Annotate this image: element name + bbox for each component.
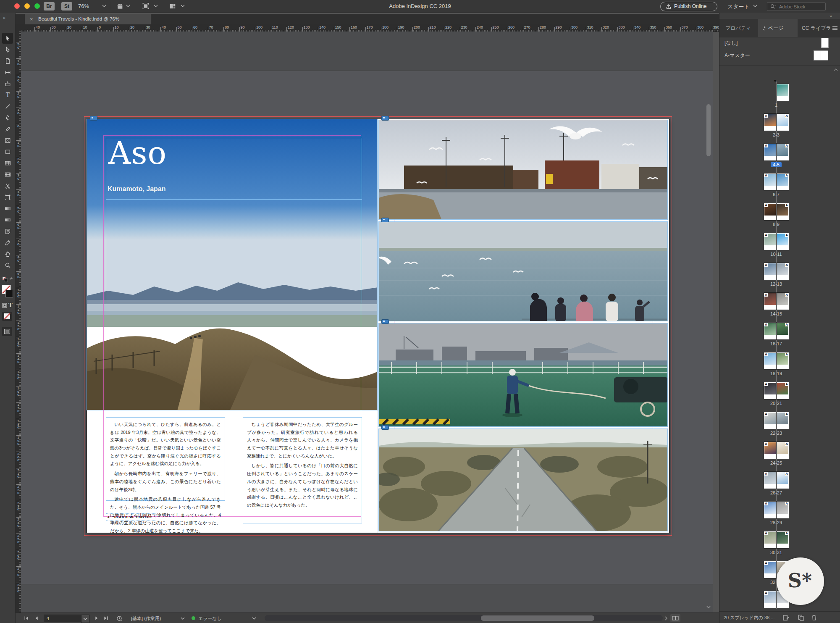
- page-thumbnail[interactable]: A: [777, 442, 789, 459]
- stock-button[interactable]: St: [61, 2, 72, 11]
- photo-forest-road[interactable]: [378, 428, 668, 531]
- start-workspace-menu[interactable]: スタート: [727, 3, 750, 11]
- note-tool[interactable]: [2, 226, 13, 237]
- page-thumbnail[interactable]: A: [777, 173, 789, 190]
- scroll-right-arrow-icon[interactable]: [664, 616, 668, 620]
- page-thumbnail[interactable]: A: [777, 352, 789, 369]
- subtitle-frame-guide[interactable]: [106, 199, 362, 303]
- document-canvas[interactable]: Aso Kumamoto, Japan いい天気につられて、ひたすら、前進あるの…: [21, 32, 713, 612]
- line-tool[interactable]: [2, 101, 13, 112]
- page-thumbnail[interactable]: A: [764, 382, 776, 399]
- pencil-tool[interactable]: [2, 124, 13, 134]
- page-thumbnail[interactable]: A: [777, 412, 789, 429]
- page-number-dropdown[interactable]: [81, 615, 89, 623]
- delete-page-icon[interactable]: [811, 614, 817, 621]
- page-thumbnail[interactable]: A: [777, 382, 789, 399]
- tab-cc-libraries[interactable]: CC ライブラ: [798, 19, 831, 37]
- frame-anchor-badge[interactable]: [381, 218, 389, 222]
- title-frame-guide[interactable]: [106, 138, 362, 200]
- master-a-right-page-icon[interactable]: [821, 50, 828, 60]
- gradient-feather-tool[interactable]: [2, 214, 13, 225]
- content-collector-tool[interactable]: [2, 78, 13, 89]
- spread-label[interactable]: 8-9: [773, 222, 780, 227]
- page-thumbnail[interactable]: A: [764, 442, 776, 459]
- spread-label[interactable]: 16-17: [770, 341, 782, 346]
- preflight-error-status[interactable]: エラーなし: [198, 615, 222, 622]
- page-thumbnail[interactable]: A: [777, 144, 789, 160]
- preflight-icon[interactable]: [116, 615, 122, 621]
- spread-label[interactable]: 26-27: [770, 490, 782, 495]
- adobe-stock-search[interactable]: [767, 2, 826, 11]
- page-footer-frame[interactable]: 4 BEAUTIFUL TRAVELS: [106, 513, 155, 521]
- horizontal-scrollbar-track[interactable]: [265, 615, 663, 621]
- scissors-tool[interactable]: [2, 180, 13, 191]
- ruler-corner[interactable]: [16, 24, 21, 32]
- page-thumbnail[interactable]: A: [764, 144, 776, 160]
- frame-anchor-badge[interactable]: [381, 425, 389, 430]
- horizontal-scrollbar-thumb[interactable]: [481, 615, 594, 621]
- document-tab[interactable]: × Beautiful Travels - Kindle.indd @ 76%: [25, 14, 151, 24]
- free-transform-tool[interactable]: [2, 192, 13, 202]
- view-options-icon[interactable]: [116, 3, 123, 10]
- page-thumbnail[interactable]: A: [777, 323, 789, 339]
- rectangle-tool[interactable]: [2, 146, 13, 157]
- page-thumbnail[interactable]: A: [777, 502, 789, 518]
- page-thumbnail[interactable]: A: [764, 263, 776, 280]
- page-tool[interactable]: [2, 55, 13, 66]
- page-thumbnail[interactable]: A: [764, 293, 776, 310]
- stroke-swatch[interactable]: [5, 290, 13, 297]
- page-number-field[interactable]: 4: [44, 615, 81, 622]
- spread-label[interactable]: 18-19: [770, 371, 782, 376]
- text-column-2[interactable]: ちょうど春休み期間中だったため、大学生のグループが多かった。研究室旅行で訪れてい…: [243, 417, 362, 523]
- view-options-dropdown-icon[interactable]: [126, 5, 130, 7]
- text-column-1[interactable]: いい天気につられて、ひたすら、前進あるのみ。ときは 2019 年3月末。空は青い…: [106, 417, 225, 501]
- bridge-button[interactable]: Br: [44, 2, 55, 11]
- page-thumbnail[interactable]: A: [764, 502, 776, 518]
- screen-mode-icon[interactable]: [142, 3, 150, 10]
- gap-tool[interactable]: [2, 67, 13, 78]
- spread-label[interactable]: 28-29: [770, 520, 782, 525]
- formatting-affects-text-icon[interactable]: T: [8, 302, 13, 308]
- window-close-button[interactable]: [14, 3, 20, 9]
- spread-label-selected[interactable]: 4-5: [771, 162, 782, 167]
- page-thumbnail[interactable]: A: [764, 233, 776, 250]
- page-thumbnail[interactable]: [777, 84, 789, 101]
- spread-label[interactable]: 12-13: [770, 281, 782, 287]
- screen-mode-dropdown-icon[interactable]: [154, 5, 158, 7]
- arrange-documents-dropdown-icon[interactable]: [181, 5, 185, 7]
- edit-page-size-icon[interactable]: [782, 614, 790, 621]
- preflight-dropdown-icon[interactable]: [181, 617, 185, 620]
- rectangle-frame-tool[interactable]: [2, 135, 13, 146]
- photo-ferry-deck[interactable]: [378, 323, 668, 427]
- canvas-vertical-scrollbar[interactable]: [706, 104, 711, 156]
- previous-page-icon[interactable]: [34, 616, 39, 620]
- spread-label[interactable]: 20-21: [770, 401, 782, 406]
- window-zoom-button[interactable]: [34, 3, 40, 9]
- spread-label[interactable]: 10-11: [770, 252, 782, 257]
- hand-tool[interactable]: [2, 248, 13, 259]
- page-thumbnail[interactable]: A: [777, 233, 789, 250]
- default-fill-stroke-icon[interactable]: [2, 276, 8, 282]
- master-none-page-icon[interactable]: [821, 38, 829, 48]
- formatting-affects-container-icon[interactable]: [2, 302, 8, 308]
- arrange-documents-icon[interactable]: [169, 3, 176, 10]
- page-thumbnail[interactable]: A: [777, 472, 789, 489]
- new-spread-icon[interactable]: [798, 614, 804, 621]
- spread-label[interactable]: 22-23: [770, 431, 782, 436]
- zoom-tool[interactable]: [2, 260, 13, 271]
- eyedropper-tool[interactable]: [2, 237, 13, 248]
- first-page-icon[interactable]: [24, 616, 29, 620]
- window-minimize-button[interactable]: [24, 3, 30, 9]
- scrollbar-down-arrow-icon[interactable]: [706, 605, 711, 609]
- frame-anchor-badge[interactable]: [381, 319, 389, 324]
- page-thumbnail[interactable]: A: [777, 263, 789, 280]
- page-thumbnail[interactable]: A: [764, 114, 776, 131]
- page-thumbnail[interactable]: A: [764, 472, 776, 489]
- screen-mode-toggle-button[interactable]: [2, 327, 12, 336]
- panel-menu-icon[interactable]: [832, 26, 838, 30]
- page-thumbnail[interactable]: A: [777, 293, 789, 310]
- spread-label[interactable]: 1: [775, 103, 777, 108]
- tab-close-icon[interactable]: ×: [30, 16, 33, 22]
- spread-label[interactable]: 24-25: [770, 460, 782, 465]
- page-thumbnail[interactable]: A: [764, 412, 776, 429]
